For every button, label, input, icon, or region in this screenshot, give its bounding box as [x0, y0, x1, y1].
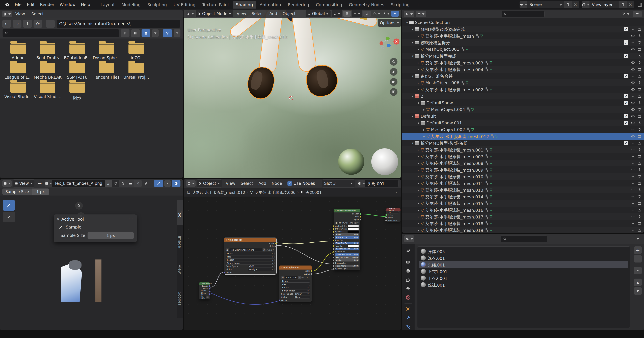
- camera-visibility-icon[interactable]: [638, 114, 642, 118]
- use-nodes-checkbox[interactable]: ✓ Use Nodes: [288, 181, 315, 186]
- camera-visibility-icon[interactable]: [638, 61, 642, 65]
- properties-tab-world[interactable]: [404, 294, 413, 301]
- node-mmdshaderdev[interactable]: ∨MMDShaderDev.005ShaderColorAlpha◐MMDSha…: [334, 209, 360, 270]
- breadcrumb-mesh[interactable]: 艾尔莎-水手服泳装.006: [254, 189, 296, 195]
- node-socket[interactable]: [209, 291, 211, 293]
- eye-open-icon[interactable]: [631, 67, 635, 71]
- node-socket[interactable]: [333, 268, 334, 270]
- expand-arrow-icon[interactable]: ▸: [416, 201, 420, 205]
- navigation-gizmo[interactable]: [378, 34, 393, 50]
- camera-visibility-icon[interactable]: [638, 194, 642, 198]
- add-workspace-button[interactable]: +: [413, 1, 423, 8]
- shader-menu-select[interactable]: Select: [238, 180, 256, 186]
- camera-visibility-icon[interactable]: [638, 54, 642, 58]
- image-browse-icon[interactable]: [45, 180, 52, 187]
- topbar-menu-help[interactable]: Help: [78, 2, 93, 8]
- eye-closed-icon[interactable]: [631, 74, 635, 78]
- eye-closed-icon[interactable]: [631, 168, 635, 172]
- outliner-row[interactable]: ▸▽艾尔莎-水手服泳装_mesh.016▚▽: [402, 207, 644, 213]
- node-socket[interactable]: [333, 231, 334, 233]
- outliner-row[interactable]: ▾备份2，准备合并✓: [402, 73, 644, 79]
- material-slot-row[interactable]: 身体.005: [419, 248, 628, 255]
- folder-item[interactable]: Visual Studi...: [3, 80, 33, 100]
- eye-open-icon[interactable]: [631, 47, 635, 51]
- camera-visibility-icon[interactable]: [638, 221, 642, 225]
- folder-item[interactable]: inZOI: [122, 41, 151, 60]
- expand-arrow-icon[interactable]: ▾: [410, 115, 415, 118]
- workspace-tab-scripting[interactable]: Scripting: [388, 1, 413, 8]
- eye-closed-icon[interactable]: [631, 228, 635, 232]
- outliner-row[interactable]: ▾DefaultShow✓: [402, 99, 644, 106]
- topbar-menu-edit[interactable]: Edit: [24, 2, 37, 8]
- expand-arrow-icon[interactable]: ▾: [410, 94, 415, 98]
- eye-open-icon[interactable]: [631, 134, 635, 138]
- camera-visibility-icon[interactable]: [638, 87, 642, 91]
- workspace-tab-sculpting[interactable]: Sculpting: [144, 1, 170, 8]
- node-socket[interactable]: [333, 256, 334, 258]
- eye-closed-icon[interactable]: [631, 221, 635, 225]
- outliner-row[interactable]: ▸▽艾尔莎-水手服泳装_mesh.008▚▽: [402, 160, 644, 167]
- eye-open-icon[interactable]: [631, 101, 635, 105]
- properties-tab-output[interactable]: [404, 268, 413, 274]
- new-viewlayer-icon[interactable]: [619, 1, 627, 8]
- expand-arrow-icon[interactable]: ▸: [416, 195, 420, 198]
- node-header[interactable]: ∨Mmd Base Tex: [224, 238, 276, 242]
- image-canvas[interactable]: ∨ Active Tool ⋮⋮ Sample Sample Size 1 px…: [0, 195, 183, 330]
- viewlayer-selector[interactable]: ViewLayer ✕: [582, 1, 634, 8]
- folder-item[interactable]: Unreal Proj...: [122, 60, 151, 80]
- scene-selector[interactable]: Scene ✕: [520, 1, 579, 8]
- eye-closed-icon[interactable]: [631, 188, 635, 192]
- sample-tool-button[interactable]: [3, 200, 15, 211]
- slot-move-up-button[interactable]: ▲: [634, 279, 642, 286]
- eye-closed-icon[interactable]: [631, 161, 635, 165]
- expand-arrow-icon[interactable]: ▸: [416, 88, 420, 91]
- editor-type-image-icon[interactable]: [2, 180, 12, 187]
- expand-arrow-icon[interactable]: ▸: [416, 148, 420, 152]
- display-settings-dropdown[interactable]: [152, 29, 159, 37]
- properties-tab-render[interactable]: [404, 259, 413, 265]
- checkbox-icon[interactable]: ✓: [624, 114, 628, 118]
- axis-x-badge[interactable]: ✕: [394, 38, 400, 44]
- editor-type-properties-icon[interactable]: [404, 235, 414, 242]
- folder-item[interactable]: League of L...: [3, 60, 33, 80]
- overlays-icon[interactable]: [391, 11, 399, 17]
- material-slot-row[interactable]: 丝袜.001: [419, 281, 628, 288]
- workspace-tab-uv-editing[interactable]: UV Editing: [170, 1, 199, 8]
- fake-user-shield-icon[interactable]: [112, 180, 120, 187]
- topbar-menu-window[interactable]: Window: [57, 2, 78, 8]
- eye-open-icon[interactable]: [631, 87, 635, 91]
- camera-visibility-icon[interactable]: [638, 148, 642, 152]
- options-dropdown[interactable]: Options: [378, 19, 401, 27]
- viewlayer-name[interactable]: ViewLayer: [590, 2, 619, 7]
- display-channels-icon[interactable]: [172, 180, 180, 187]
- unlink-image-icon[interactable]: ✕: [134, 180, 142, 187]
- checkbox-icon[interactable]: ✓: [624, 40, 628, 45]
- editor-type-outliner-icon[interactable]: [404, 11, 414, 17]
- node-socket[interactable]: [209, 288, 211, 290]
- expand-arrow-icon[interactable]: ▸: [422, 128, 426, 131]
- folder-item[interactable]: BCutVideoF...: [62, 41, 92, 60]
- outliner-row[interactable]: ▸▽艾尔莎-水手服泳装_mesh.003▚▽: [402, 59, 644, 66]
- eye-closed-icon[interactable]: [631, 174, 635, 178]
- workspace-tab-animation[interactable]: Animation: [256, 1, 284, 8]
- expand-arrow-icon[interactable]: ▸: [422, 108, 426, 111]
- node-header[interactable]: ∨MMDShaderDev.005: [334, 209, 360, 212]
- expand-arrow-icon[interactable]: ▸: [416, 61, 420, 64]
- eye-closed-icon[interactable]: [631, 94, 635, 98]
- up-button[interactable]: ↑: [23, 20, 32, 28]
- outliner-row[interactable]: ▸▽MeshObject.006▚▽: [402, 79, 644, 86]
- node-socket[interactable]: [275, 246, 277, 247]
- outliner-row[interactable]: ▸▽艾尔莎-水手服泳装_mesh.012▚▽: [402, 133, 644, 140]
- snap-magnet-icon[interactable]: [343, 11, 351, 17]
- node-canvas[interactable]: ∨MMDTexUV.007Base UVToon UVSphere UVSubT…: [184, 196, 401, 330]
- workspace-tab-shading[interactable]: Shading: [232, 1, 256, 8]
- outliner-display-mode-icon[interactable]: [416, 11, 426, 17]
- outliner-row[interactable]: ▾DefaultShow.001✓: [402, 120, 644, 126]
- camera-visibility-icon[interactable]: [638, 108, 642, 112]
- properties-tab-object[interactable]: [404, 306, 413, 312]
- expand-arrow-icon[interactable]: ▾: [410, 74, 415, 78]
- filter-toggle-button[interactable]: [163, 29, 172, 37]
- outliner-filter-icon[interactable]: [620, 11, 631, 17]
- annotate-tool-button[interactable]: [3, 212, 15, 222]
- node-socket[interactable]: [385, 219, 387, 221]
